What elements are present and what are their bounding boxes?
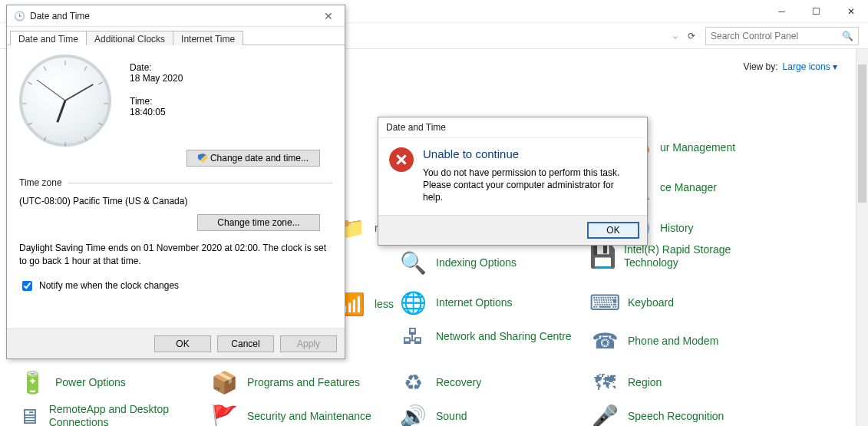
cp-item-label: History — [660, 222, 694, 235]
err-ok-button[interactable]: OK — [587, 222, 639, 239]
cp-item[interactable]: 🎤Speech Recognition — [589, 401, 766, 426]
date-label: Date: — [130, 62, 183, 73]
cp-item-label: ur Management — [660, 141, 735, 154]
cp-item-icon: 🌐 — [398, 287, 428, 318]
dt-info: Date: 18 May 2020 Time: 18:40:05 — [130, 54, 183, 147]
cp-item-icon: 🗺 — [589, 367, 620, 398]
cp-item-icon: 🖧 — [398, 321, 428, 352]
cp-item-label: Power Options — [55, 376, 126, 389]
cp-item-label: Phone and Modem — [628, 335, 718, 348]
cp-item[interactable]: 💻ce Manager — [622, 172, 798, 203]
cp-item-icon: ♻ — [398, 367, 428, 398]
cp-item-label: Keyboard — [628, 296, 674, 309]
err-title: Date and Time — [378, 117, 647, 138]
dt-tabstrip: Date and Time Additional Clocks Internet… — [7, 27, 345, 45]
notify-checkbox[interactable] — [22, 281, 32, 291]
cp-item[interactable]: 🎨ur Management — [622, 132, 798, 163]
vertical-scrollbar[interactable] — [856, 49, 868, 426]
minimize-button[interactable]: ─ — [764, 0, 799, 22]
cp-item-label: Region — [628, 376, 662, 389]
analog-clock — [19, 54, 111, 147]
err-heading: Unable to continue — [423, 147, 636, 160]
cp-item-label: Speech Recognition — [628, 410, 724, 423]
tab-internet-time[interactable]: Internet Time — [173, 31, 243, 45]
date-time-icon: 🕒 — [13, 10, 25, 22]
err-message: Unable to continue You do not have permi… — [423, 147, 636, 204]
shield-icon — [198, 154, 207, 163]
date-value: 18 May 2020 — [130, 73, 183, 84]
breadcrumb-dropdown-icon[interactable]: ⌵ — [673, 31, 678, 40]
cp-item-icon: 🔋 — [17, 367, 48, 398]
dt-titlebar: 🕒 Date and Time ✕ — [7, 5, 345, 27]
cp-item[interactable]: ☎Phone and Modem — [589, 325, 766, 356]
cp-item-icon: 💾 — [589, 241, 616, 272]
search-icon: 🔍 — [842, 31, 853, 41]
cp-item[interactable]: 📦Programs and Features — [209, 367, 385, 398]
maximize-button[interactable]: ☐ — [799, 0, 833, 22]
dt-close-button[interactable]: ✕ — [318, 10, 338, 22]
scrollbar-thumb[interactable] — [858, 64, 866, 203]
change-date-time-button[interactable]: Change date and time... — [186, 150, 320, 167]
err-line2: Please contact your computer administrat… — [423, 179, 636, 203]
notify-label: Notify me when the clock changes — [39, 280, 179, 291]
view-by-label: View by: — [743, 61, 777, 72]
cp-item-label: Indexing Options — [436, 256, 517, 269]
dt-ok-button[interactable]: OK — [154, 335, 211, 352]
timezone-value: (UTC-08:00) Pacific Time (US & Canada) — [19, 196, 332, 206]
cp-item-icon: 📦 — [209, 367, 239, 398]
timezone-label: Time zone — [19, 177, 62, 188]
cp-item-label: Security and Maintenance — [247, 410, 371, 423]
cp-item-icon: 🔍 — [398, 247, 428, 278]
cp-item-label: Sound — [436, 410, 467, 423]
cp-item-icon: 🎤 — [589, 401, 620, 426]
refresh-icon[interactable]: ⟳ — [684, 31, 699, 41]
change-timezone-button[interactable]: Change time zone... — [197, 214, 320, 231]
time-label: Time: — [130, 96, 183, 107]
view-by-value: Large icons — [783, 61, 830, 72]
cp-item[interactable]: 🔍Indexing Options — [398, 247, 574, 278]
change-date-time-label: Change date and time... — [210, 153, 309, 163]
cp-item-icon: 🚩 — [209, 401, 239, 426]
close-button[interactable]: ✕ — [833, 0, 868, 22]
cp-item[interactable]: 🌐Internet Options — [398, 287, 574, 318]
dt-body: Date: 18 May 2020 Time: 18:40:05 Change … — [7, 45, 345, 329]
dt-title-text: Date and Time — [30, 11, 318, 21]
cp-item-label: ce Manager — [660, 181, 717, 194]
search-input[interactable]: Search Control Panel 🔍 — [705, 27, 859, 45]
cp-item[interactable]: 🚩Security and Maintenance — [209, 401, 385, 426]
cp-item-label: Programs and Features — [247, 376, 360, 389]
timezone-heading: Time zone — [19, 177, 332, 188]
cp-item[interactable]: 💾Intel(R) Rapid Storage Technology — [589, 241, 766, 272]
cp-item-icon: ⌨ — [589, 287, 620, 318]
search-placeholder: Search Control Panel — [711, 31, 842, 41]
cp-item-label: Recovery — [436, 376, 481, 389]
cp-item[interactable]: 🔊Sound — [398, 401, 574, 426]
err-line1: You do not have permission to perform th… — [423, 167, 636, 179]
error-dialog: Date and Time Unable to continue You do … — [378, 117, 648, 246]
dt-footer: OK Cancel Apply — [7, 329, 345, 358]
tab-additional-clocks[interactable]: Additional Clocks — [86, 31, 173, 45]
view-by-dropdown[interactable]: Large icons ▾ — [783, 61, 837, 72]
notify-checkbox-row[interactable]: Notify me when the clock changes — [19, 279, 332, 293]
cp-item[interactable]: 🕑History — [622, 213, 798, 243]
err-body: Unable to continue You do not have permi… — [378, 138, 647, 215]
cp-item[interactable]: ⌨Keyboard — [589, 287, 766, 318]
cp-item-icon: 🔊 — [398, 401, 428, 426]
tab-date-and-time[interactable]: Date and Time — [10, 31, 87, 45]
time-value: 18:40:05 — [130, 107, 183, 117]
cp-item[interactable]: 🗺Region — [589, 367, 766, 398]
cp-item-label: less — [375, 298, 394, 311]
cp-item-icon: 🖥 — [17, 401, 41, 426]
cp-item-label: RemoteApp and Desktop Connections — [49, 403, 193, 426]
cp-item-label: Intel(R) Rapid Storage Technology — [624, 243, 766, 269]
cp-item-label: Internet Options — [436, 296, 513, 309]
err-footer: OK — [378, 215, 647, 245]
cp-item-label: Network and Sharing Centre — [436, 330, 572, 343]
cp-item[interactable]: 🖥RemoteApp and Desktop Connections — [17, 401, 193, 426]
cp-item-icon: ☎ — [589, 325, 620, 356]
cp-item[interactable]: 🔋Power Options — [17, 367, 193, 398]
dt-apply-button: Apply — [280, 335, 337, 352]
cp-item[interactable]: 🖧Network and Sharing Centre — [398, 321, 574, 352]
dt-cancel-button[interactable]: Cancel — [217, 335, 274, 352]
cp-item[interactable]: ♻Recovery — [398, 367, 574, 398]
